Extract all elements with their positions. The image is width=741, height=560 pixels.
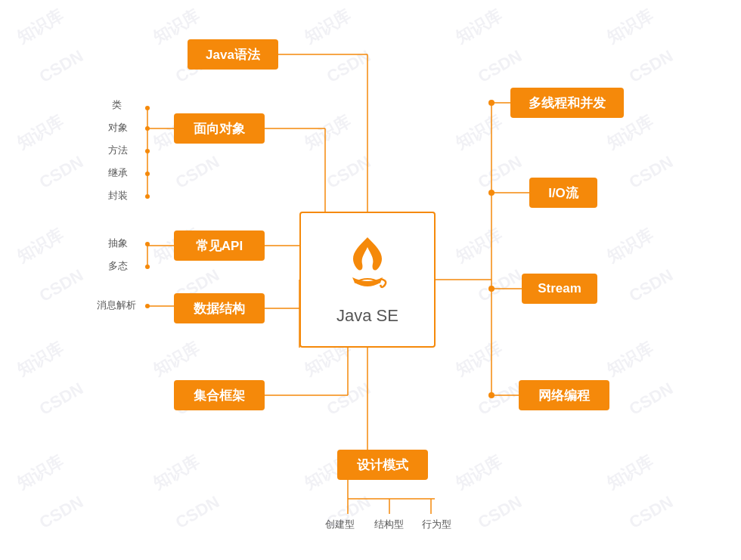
multithreading-node: 多线程和并发 xyxy=(510,88,624,118)
small-label-object: 对象 xyxy=(108,121,128,135)
small-label-inherit: 继承 xyxy=(108,166,128,180)
common-api-node: 常见API xyxy=(174,230,265,261)
small-label-poly: 多态 xyxy=(108,259,128,273)
design-pattern-node: 设计模式 xyxy=(337,450,428,480)
java-logo-icon xyxy=(341,234,394,302)
small-label-msg: 消息解析 xyxy=(97,299,136,312)
mind-map-diagram: 知识库CSDN知识库CSDN知识库CSDN知识库CSDN知识库CSDN知识库CS… xyxy=(0,0,741,560)
oop-node: 面向对象 xyxy=(174,113,265,144)
small-label-method: 方法 xyxy=(108,144,128,157)
stream-node: Stream xyxy=(522,274,597,304)
network-node: 网络编程 xyxy=(519,380,609,410)
svg-point-25 xyxy=(488,392,495,398)
svg-point-19 xyxy=(488,100,495,106)
small-label-class: 类 xyxy=(112,98,122,112)
svg-point-21 xyxy=(488,190,495,196)
svg-point-23 xyxy=(488,286,495,292)
java-se-label: Java SE xyxy=(336,306,398,326)
small-label-abstract: 抽象 xyxy=(108,237,128,250)
small-label-encap: 封装 xyxy=(108,189,128,203)
collection-node: 集合框架 xyxy=(174,380,265,410)
data-structure-node: 数据结构 xyxy=(174,293,265,323)
java-syntax-node: Java语法 xyxy=(188,39,278,70)
java-se-center: Java SE xyxy=(299,212,436,348)
io-node: I/O流 xyxy=(529,178,597,208)
